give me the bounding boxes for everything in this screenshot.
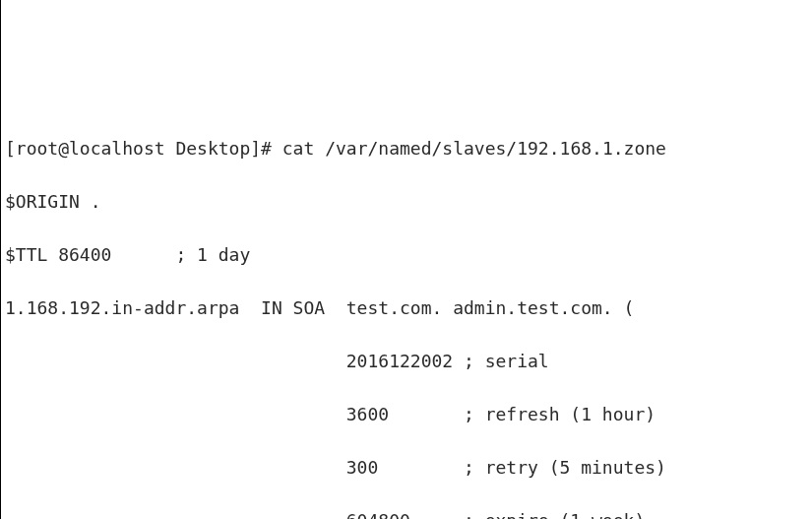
soa-refresh: 3600 ; refresh (1 hour) [5,401,808,427]
shell-prompt: [root@localhost Desktop]# [5,138,272,159]
terminal-output: [root@localhost Desktop]# cat /var/named… [5,108,808,519]
cat-command: cat /var/named/slaves/192.168.1.zone [282,138,666,159]
soa-record-open: 1.168.192.in-addr.arpa IN SOA test.com. … [5,294,808,321]
command-line: [root@localhost Desktop]# cat /var/named… [5,135,808,162]
soa-expire: 604800 ; expire (1 week) [5,507,808,519]
soa-retry: 300 ; retry (5 minutes) [5,454,808,481]
soa-serial: 2016122002 ; serial [5,348,808,374]
ttl-directive: $TTL 86400 ; 1 day [5,241,808,268]
origin-directive-root: $ORIGIN . [5,188,808,215]
